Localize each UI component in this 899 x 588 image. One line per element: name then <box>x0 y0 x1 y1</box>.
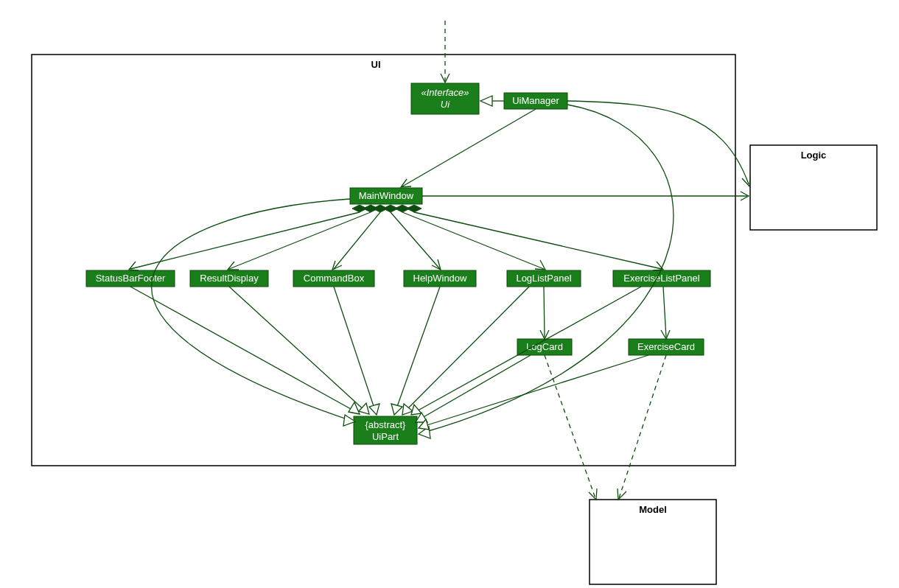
svg-text:HelpWindow: HelpWindow <box>413 273 468 284</box>
svg-text:ResultDisplay: ResultDisplay <box>200 273 259 284</box>
class-help-window: HelpWindow <box>404 270 476 287</box>
class-log-card: LogCard <box>517 339 572 355</box>
edge-exercisecard-to-uipart <box>420 355 648 427</box>
edge-uimanager-to-mainwindow <box>402 109 536 186</box>
svg-text:«Interface»: «Interface» <box>421 87 469 98</box>
class-result-display: ResultDisplay <box>190 270 268 287</box>
svg-text:ExerciseListPanel: ExerciseListPanel <box>623 273 699 284</box>
edge-mainwindow-to-exerciselistpanel <box>414 212 662 269</box>
package-logic-label: Logic <box>801 150 827 161</box>
svg-text:Ui: Ui <box>441 99 450 110</box>
class-ui-part: {abstract} UiPart <box>354 416 417 444</box>
edge-logcard-to-model <box>545 355 595 498</box>
edge-commandbox-to-uipart <box>334 287 376 413</box>
edge-mainwindow-to-helpwindow <box>391 212 440 269</box>
svg-marker-31 <box>369 404 379 415</box>
edge-exerciselistpanel-to-uipart <box>413 287 641 413</box>
svg-marker-5 <box>480 96 492 106</box>
svg-marker-30 <box>359 403 369 414</box>
edge-exercisecard-to-model <box>619 355 666 498</box>
edge-loglistpanel-to-uipart <box>404 287 529 413</box>
edge-statusbarfooter-to-uipart <box>130 287 357 413</box>
edge-mainwindow-to-uipart <box>152 199 354 421</box>
diamond-exerciselistpanel <box>407 205 421 212</box>
svg-text:UiPart: UiPart <box>372 431 399 442</box>
class-ui-manager: UiManager <box>504 93 567 109</box>
class-ui-interface: «Interface» Ui <box>411 83 479 114</box>
class-main-window: MainWindow <box>350 188 422 204</box>
svg-text:CommandBox: CommandBox <box>304 273 365 284</box>
class-log-list-panel: LogListPanel <box>507 270 581 287</box>
svg-text:LogListPanel: LogListPanel <box>516 273 571 284</box>
package-ui-label: UI <box>371 59 381 70</box>
svg-text:StatusBarFooter: StatusBarFooter <box>96 273 166 284</box>
edge-exerciselistpanel-to-exercisecard <box>663 287 666 337</box>
package-model-label: Model <box>639 504 667 515</box>
class-status-bar-footer: StatusBarFooter <box>86 270 175 287</box>
edge-resultdisplay-to-uipart <box>229 287 367 413</box>
class-exercise-list-panel: ExerciseListPanel <box>613 270 710 287</box>
svg-marker-32 <box>391 404 402 415</box>
svg-text:{abstract}: {abstract} <box>365 419 407 430</box>
edge-mainwindow-to-resultdisplay <box>229 212 371 269</box>
edge-mainwindow-to-commandbox <box>334 212 380 269</box>
class-command-box: CommandBox <box>293 270 374 287</box>
edge-uimanager-to-logic <box>567 101 749 184</box>
edge-mainwindow-to-statusbarfooter <box>130 212 360 269</box>
class-exercise-card: ExerciseCard <box>629 339 704 355</box>
svg-text:MainWindow: MainWindow <box>359 190 414 201</box>
edge-loglistpanel-to-logcard <box>544 287 545 337</box>
edge-helpwindow-to-uipart <box>395 287 440 413</box>
svg-text:UiManager: UiManager <box>512 95 559 106</box>
edge-logcard-to-uipart <box>417 355 531 421</box>
svg-text:ExerciseCard: ExerciseCard <box>637 341 695 352</box>
uml-diagram: UI Logic Model «Interface» Ui UiManager … <box>0 0 899 588</box>
edge-mainwindow-to-loglistpanel <box>402 212 544 269</box>
package-ui <box>32 55 735 466</box>
